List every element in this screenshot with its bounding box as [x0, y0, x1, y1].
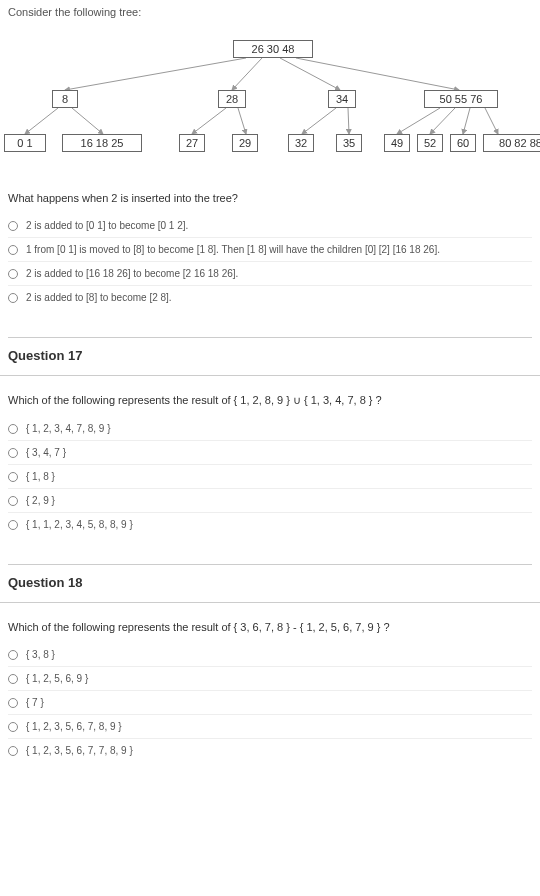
- svg-line-7: [192, 108, 226, 134]
- svg-line-6: [72, 108, 103, 134]
- node-leaf-7: 52: [417, 134, 443, 152]
- radio-icon: [8, 746, 18, 756]
- option-label: { 7 }: [26, 697, 44, 708]
- option-label: 2 is added to [8] to become [2 8].: [26, 292, 172, 303]
- node-leaf-6: 49: [384, 134, 410, 152]
- option-label: { 3, 8 }: [26, 649, 55, 660]
- svg-line-14: [485, 108, 498, 134]
- q18-header: Question 18: [0, 565, 540, 603]
- radio-icon: [8, 472, 18, 482]
- svg-line-12: [430, 108, 455, 134]
- radio-icon: [8, 698, 18, 708]
- node-leaf-9: 80 82 88: [483, 134, 540, 152]
- node-leaf-3: 29: [232, 134, 258, 152]
- node-leaf-8: 60: [450, 134, 476, 152]
- q16-option[interactable]: 1 from [0 1] is moved to [8] to become […: [8, 238, 532, 262]
- option-label: { 1, 2, 3, 5, 6, 7, 8, 9 }: [26, 721, 122, 732]
- q16-option[interactable]: 2 is added to [8] to become [2 8].: [8, 286, 532, 309]
- option-label: 2 is added to [16 18 26] to become [2 16…: [26, 268, 238, 279]
- node-leaf-2: 27: [179, 134, 205, 152]
- q17-option[interactable]: { 3, 4, 7 }: [8, 441, 532, 465]
- radio-icon: [8, 496, 18, 506]
- svg-line-11: [397, 108, 440, 134]
- radio-icon: [8, 448, 18, 458]
- q17-prompt: Which of the following represents the re…: [0, 376, 540, 417]
- q17-option[interactable]: { 1, 8 }: [8, 465, 532, 489]
- radio-icon: [8, 221, 18, 231]
- node-leaf-4: 32: [288, 134, 314, 152]
- option-label: { 1, 8 }: [26, 471, 55, 482]
- radio-icon: [8, 293, 18, 303]
- radio-icon: [8, 674, 18, 684]
- q17-header: Question 17: [0, 338, 540, 376]
- radio-icon: [8, 424, 18, 434]
- option-label: { 1, 2, 5, 6, 9 }: [26, 673, 88, 684]
- option-label: { 1, 1, 2, 3, 4, 5, 8, 8, 9 }: [26, 519, 133, 530]
- node-l1-3: 50 55 76: [424, 90, 498, 108]
- svg-line-9: [302, 108, 336, 134]
- radio-icon: [8, 722, 18, 732]
- option-label: { 1, 2, 3, 5, 6, 7, 7, 8, 9 }: [26, 745, 133, 756]
- q18-prompt: Which of the following represents the re…: [0, 603, 540, 643]
- option-label: 1 from [0 1] is moved to [8] to become […: [26, 244, 440, 255]
- tree-diagram: 26 30 48 8 28 34 50 55 76 0 1 16 18 25 2…: [0, 34, 540, 174]
- svg-line-5: [25, 108, 58, 134]
- node-l1-1: 28: [218, 90, 246, 108]
- radio-icon: [8, 650, 18, 660]
- svg-line-8: [238, 108, 246, 134]
- option-label: { 1, 2, 3, 4, 7, 8, 9 }: [26, 423, 111, 434]
- q16-option[interactable]: 2 is added to [16 18 26] to become [2 16…: [8, 262, 532, 286]
- node-leaf-0: 0 1: [4, 134, 46, 152]
- q17-option[interactable]: { 1, 2, 3, 4, 7, 8, 9 }: [8, 417, 532, 441]
- node-l1-2: 34: [328, 90, 356, 108]
- q17-option[interactable]: { 1, 1, 2, 3, 4, 5, 8, 8, 9 }: [8, 513, 532, 536]
- svg-line-13: [463, 108, 470, 134]
- node-root: 26 30 48: [233, 40, 313, 58]
- svg-line-4: [296, 58, 459, 90]
- svg-line-1: [65, 58, 246, 90]
- node-leaf-1: 16 18 25: [62, 134, 142, 152]
- q18-option[interactable]: { 1, 2, 3, 5, 6, 7, 8, 9 }: [8, 715, 532, 739]
- q18-option[interactable]: { 1, 2, 5, 6, 9 }: [8, 667, 532, 691]
- q18-option[interactable]: { 1, 2, 3, 5, 6, 7, 7, 8, 9 }: [8, 739, 532, 762]
- radio-icon: [8, 269, 18, 279]
- q18-option[interactable]: { 3, 8 }: [8, 643, 532, 667]
- node-leaf-5: 35: [336, 134, 362, 152]
- radio-icon: [8, 245, 18, 255]
- option-label: 2 is added to [0 1] to become [0 1 2].: [26, 220, 188, 231]
- svg-line-3: [280, 58, 340, 90]
- svg-line-2: [232, 58, 262, 90]
- q17-option[interactable]: { 2, 9 }: [8, 489, 532, 513]
- option-label: { 3, 4, 7 }: [26, 447, 66, 458]
- q17-options: { 1, 2, 3, 4, 7, 8, 9 } { 3, 4, 7 } { 1,…: [0, 417, 540, 536]
- node-l1-0: 8: [52, 90, 78, 108]
- q18-options: { 3, 8 } { 1, 2, 5, 6, 9 } { 7 } { 1, 2,…: [0, 643, 540, 762]
- q18-option[interactable]: { 7 }: [8, 691, 532, 715]
- svg-line-10: [348, 108, 349, 134]
- q16-option[interactable]: 2 is added to [0 1] to become [0 1 2].: [8, 214, 532, 238]
- q16-prompt: What happens when 2 is inserted into the…: [0, 174, 540, 214]
- page-title: Consider the following tree:: [0, 0, 540, 24]
- option-label: { 2, 9 }: [26, 495, 55, 506]
- radio-icon: [8, 520, 18, 530]
- q16-options: 2 is added to [0 1] to become [0 1 2]. 1…: [0, 214, 540, 309]
